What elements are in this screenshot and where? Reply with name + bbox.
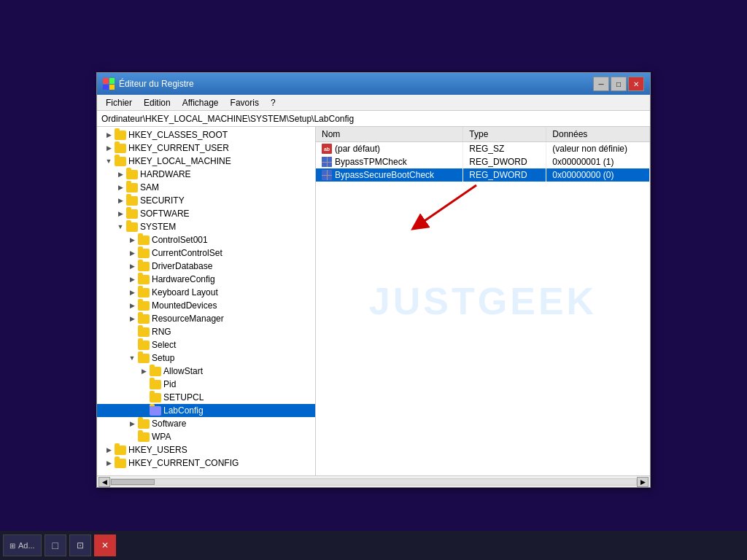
tree-item-currentcontrolset[interactable]: ▶ CurrentControlSet bbox=[97, 246, 315, 260]
tree-item-allowstart[interactable]: ▶ AllowStart bbox=[97, 365, 315, 378]
tree-pane[interactable]: ▶ HKEY_CLASSES_ROOT ▶ HKEY_CURRENT_USER … bbox=[97, 127, 316, 475]
tree-item-hkcu[interactable]: ▶ HKEY_CURRENT_USER bbox=[97, 141, 315, 155]
tree-label: SOFTWARE bbox=[140, 209, 190, 219]
tree-item-setupcl[interactable]: SETUPCL bbox=[97, 391, 315, 404]
folder-icon bbox=[115, 157, 126, 166]
column-type: Type bbox=[463, 127, 546, 142]
expand-icon: ▶ bbox=[103, 142, 115, 154]
entry-type: REG_DWORD bbox=[463, 168, 546, 182]
registry-ab-icon: ab bbox=[322, 144, 332, 154]
folder-icon bbox=[115, 131, 126, 140]
menu-favoris[interactable]: Favoris bbox=[225, 96, 265, 109]
expand-icon: ▼ bbox=[103, 155, 115, 167]
menu-help[interactable]: ? bbox=[265, 96, 282, 109]
tree-item-hardware[interactable]: ▶ HARDWARE bbox=[97, 168, 315, 181]
tree-item-sam[interactable]: ▶ SAM bbox=[97, 181, 315, 194]
entry-data: (valeur non définie) bbox=[546, 142, 650, 156]
scroll-right-button[interactable]: ▶ bbox=[637, 477, 649, 487]
taskbar-icon: ⊞ bbox=[9, 542, 15, 550]
folder-icon bbox=[126, 183, 138, 192]
folder-icon bbox=[138, 327, 150, 337]
tree-item-hklm[interactable]: ▼ HKEY_LOCAL_MACHINE bbox=[97, 155, 315, 168]
folder-icon bbox=[138, 419, 150, 429]
expand-icon: ▶ bbox=[126, 418, 138, 429]
entry-data: 0x00000001 (1) bbox=[546, 155, 650, 168]
tree-label: SETUPCL bbox=[163, 392, 204, 402]
tree-label: HKEY_CLASSES_ROOT bbox=[128, 130, 228, 140]
tree-label: RNG bbox=[152, 327, 171, 337]
taskbar-btn-3[interactable]: ⊡ bbox=[69, 534, 91, 556]
tree-item-software[interactable]: ▶ SOFTWARE bbox=[97, 207, 315, 220]
entry-name: ab (par défaut) bbox=[316, 142, 463, 156]
folder-icon bbox=[115, 144, 126, 153]
tree-label: HKEY_CURRENT_USER bbox=[128, 143, 229, 153]
menu-edition[interactable]: Edition bbox=[138, 96, 177, 109]
folder-icon bbox=[138, 275, 150, 284]
tree-item-hardwareconfig[interactable]: ▶ HardwareConfig bbox=[97, 273, 315, 286]
minimize-button[interactable]: ─ bbox=[593, 77, 609, 91]
expand-icon: ▶ bbox=[126, 234, 138, 246]
tree-label: CurrentControlSet bbox=[152, 248, 222, 258]
tree-item-resourcemanager[interactable]: ▶ ResourceManager bbox=[97, 312, 315, 325]
close-button[interactable]: ✕ bbox=[628, 77, 644, 91]
expand-icon bbox=[126, 326, 138, 338]
tree-item-hkcr[interactable]: ▶ HKEY_CLASSES_ROOT bbox=[97, 128, 315, 141]
expand-icon: ▶ bbox=[103, 457, 115, 469]
app-icon bbox=[103, 78, 115, 90]
folder-icon bbox=[138, 354, 150, 363]
watermark: JUSTGEEK bbox=[369, 279, 597, 323]
expand-icon bbox=[138, 405, 150, 416]
tree-item-software2[interactable]: ▶ Software bbox=[97, 417, 315, 430]
tree-item-mounteddevices[interactable]: ▶ MountedDevices bbox=[97, 299, 315, 312]
tree-item-hkcc[interactable]: ▶ HKEY_CURRENT_CONFIG bbox=[97, 456, 315, 470]
tree-label: MountedDevices bbox=[152, 300, 217, 311]
scroll-thumb[interactable] bbox=[111, 479, 155, 485]
maximize-button[interactable]: □ bbox=[611, 77, 627, 91]
entry-type: REG_DWORD bbox=[463, 155, 546, 168]
expand-icon: ▶ bbox=[126, 300, 138, 311]
title-bar: Éditeur du Registre ─ □ ✕ bbox=[97, 73, 650, 95]
folder-icon bbox=[126, 196, 138, 206]
folder-icon bbox=[115, 459, 126, 468]
expand-icon: ▼ bbox=[115, 221, 126, 233]
folder-icon bbox=[150, 367, 161, 376]
table-row[interactable]: BypassSecureBootCheck REG_DWORD 0x000000… bbox=[316, 168, 650, 182]
tree-item-pid[interactable]: Pid bbox=[97, 378, 315, 391]
tree-item-rng[interactable]: RNG bbox=[97, 325, 315, 338]
taskbar-btn-4[interactable]: ✕ bbox=[94, 534, 116, 556]
tree-label: HARDWARE bbox=[140, 169, 191, 179]
menu-fichier[interactable]: Fichier bbox=[100, 96, 138, 109]
tree-item-controlset001[interactable]: ▶ ControlSet001 bbox=[97, 233, 315, 246]
taskbar-start[interactable]: ⊞ Ad... bbox=[3, 534, 42, 556]
tree-item-select[interactable]: Select bbox=[97, 338, 315, 351]
tree-item-driverdatabase[interactable]: ▶ DriverDatabase bbox=[97, 260, 315, 273]
scroll-track[interactable] bbox=[110, 478, 637, 486]
tree-label: SAM bbox=[140, 182, 159, 192]
tree-label: Setup bbox=[152, 353, 174, 363]
column-data: Données bbox=[546, 127, 650, 142]
tree-item-keyboardlayout[interactable]: ▶ Keyboard Layout bbox=[97, 286, 315, 299]
registry-editor-window: Éditeur du Registre ─ □ ✕ Fichier Editio… bbox=[96, 72, 651, 488]
tree-item-security[interactable]: ▶ SECURITY bbox=[97, 194, 315, 207]
tree-item-setup[interactable]: ▼ Setup bbox=[97, 351, 315, 365]
scroll-left-button[interactable]: ◀ bbox=[98, 477, 110, 487]
folder-icon bbox=[150, 393, 161, 402]
expand-icon: ▶ bbox=[126, 313, 138, 324]
tree-item-hku[interactable]: ▶ HKEY_USERS bbox=[97, 443, 315, 456]
taskbar-btn-2[interactable]: □ bbox=[44, 534, 66, 556]
expand-icon: ▶ bbox=[126, 260, 138, 272]
entry-name: BypassSecureBootCheck bbox=[316, 168, 463, 182]
expand-icon: ▶ bbox=[115, 182, 126, 193]
tree-item-system[interactable]: ▼ SYSTEM bbox=[97, 220, 315, 233]
entry-name: BypassTPMCheck bbox=[316, 155, 463, 168]
menu-affichage[interactable]: Affichage bbox=[177, 96, 225, 109]
tree-label: HKEY_CURRENT_CONFIG bbox=[128, 458, 239, 468]
horizontal-scrollbar[interactable]: ◀ ▶ bbox=[97, 475, 650, 487]
tree-item-wpa[interactable]: WPA bbox=[97, 430, 315, 443]
tree-item-labconfig[interactable]: LabConfig bbox=[97, 404, 315, 417]
expand-icon: ▶ bbox=[126, 273, 138, 285]
folder-icon bbox=[138, 301, 150, 311]
table-row[interactable]: ab (par défaut) REG_SZ (valeur non défin… bbox=[316, 142, 650, 156]
table-row[interactable]: BypassTPMCheck REG_DWORD 0x00000001 (1) bbox=[316, 155, 650, 168]
tree-label: Select bbox=[152, 340, 176, 350]
